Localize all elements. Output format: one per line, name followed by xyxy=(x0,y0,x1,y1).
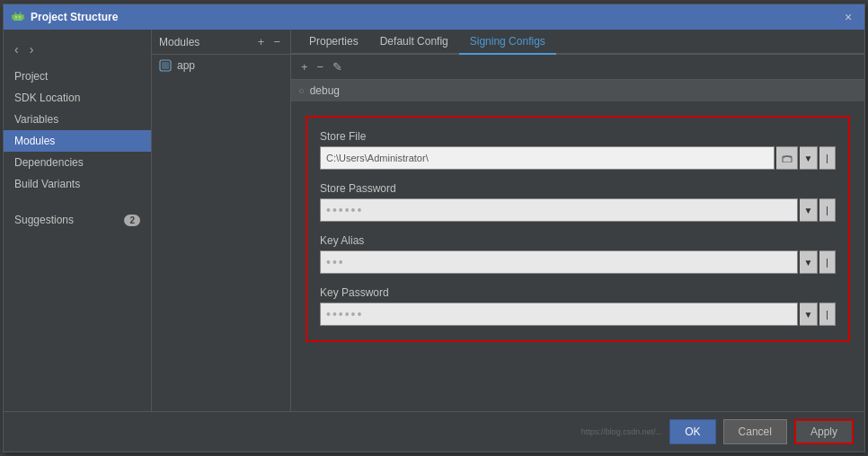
svg-point-6 xyxy=(19,16,20,17)
store-file-browse-button[interactable] xyxy=(776,146,798,170)
right-panel: Properties Default Config Signing Config… xyxy=(291,30,864,411)
remove-config-button[interactable]: − xyxy=(314,60,327,74)
key-alias-group: Key Alias ••• ▼ | xyxy=(320,234,836,274)
debug-config-item[interactable]: ○ debug xyxy=(291,80,864,101)
forward-button[interactable]: › xyxy=(26,40,38,58)
sidebar-item-sdk-location[interactable]: SDK Location xyxy=(4,87,151,109)
sidebar-item-modules[interactable]: Modules xyxy=(4,130,151,152)
content-area: Modules + − app xyxy=(152,30,864,411)
project-structure-dialog: Project Structure × ‹ › Project SDK Loca… xyxy=(3,4,865,452)
key-password-group: Key Password •••••• ▼ | xyxy=(320,286,836,326)
svg-line-4 xyxy=(20,13,21,14)
sidebar-item-variables[interactable]: Variables xyxy=(4,109,151,130)
key-password-dropdown-button[interactable]: ▼ xyxy=(800,303,818,326)
suggestions-badge: 2 xyxy=(124,215,140,226)
svg-point-5 xyxy=(15,16,16,17)
store-password-input[interactable]: •••••• xyxy=(320,198,798,222)
ok-button[interactable]: OK xyxy=(669,419,715,444)
store-file-dropdown-button[interactable]: ▼ xyxy=(800,146,818,170)
cancel-button[interactable]: Cancel xyxy=(723,419,787,444)
store-password-group: Store Password •••••• ▼ | xyxy=(320,182,836,222)
tabs-bar: Properties Default Config Signing Config… xyxy=(291,30,864,55)
tab-properties[interactable]: Properties xyxy=(298,30,369,55)
store-password-dropdown-button[interactable]: ▼ xyxy=(800,198,818,222)
add-config-button[interactable]: + xyxy=(298,60,311,74)
close-button[interactable]: × xyxy=(839,8,857,26)
key-password-label: Key Password xyxy=(320,286,836,299)
key-alias-input[interactable]: ••• xyxy=(320,250,798,274)
key-alias-dropdown-button[interactable]: ▼ xyxy=(800,250,818,274)
sidebar-item-build-variants[interactable]: Build Variants xyxy=(4,173,151,195)
key-alias-input-row: ••• ▼ | xyxy=(320,250,836,274)
android-icon xyxy=(11,10,25,24)
tab-signing-configs[interactable]: Signing Configs xyxy=(459,30,556,55)
form-area: Store File C:\Users\Administrator\ xyxy=(291,101,864,411)
modules-header: Modules + − xyxy=(152,30,290,55)
debug-label: debug xyxy=(310,84,340,97)
sidebar: ‹ › Project SDK Location Variables Modul… xyxy=(4,30,152,411)
svg-rect-0 xyxy=(13,14,22,21)
signing-form: Store File C:\Users\Administrator\ xyxy=(306,116,850,342)
store-file-label: Store File xyxy=(320,130,836,143)
add-module-button[interactable]: + xyxy=(255,35,268,48)
key-password-extra-button[interactable]: | xyxy=(819,303,836,326)
store-file-input[interactable]: C:\Users\Administrator\ xyxy=(320,146,775,170)
modules-panel: Modules + − app xyxy=(152,30,291,411)
modules-title: Modules xyxy=(159,36,199,48)
store-file-input-row: C:\Users\Administrator\ ▼ | xyxy=(320,146,836,170)
tab-default-config[interactable]: Default Config xyxy=(369,30,459,55)
svg-rect-8 xyxy=(162,62,169,69)
module-name: app xyxy=(177,59,195,72)
key-alias-label: Key Alias xyxy=(320,234,836,247)
title-bar: Project Structure × xyxy=(4,4,864,30)
modules-actions: + − xyxy=(255,35,283,48)
store-file-group: Store File C:\Users\Administrator\ xyxy=(320,130,836,170)
dialog-body: ‹ › Project SDK Location Variables Modul… xyxy=(4,30,864,411)
store-password-extra-button[interactable]: | xyxy=(819,198,836,222)
store-file-extra-button[interactable]: | xyxy=(819,146,836,170)
dialog-title: Project Structure xyxy=(31,11,118,23)
store-password-input-row: •••••• ▼ | xyxy=(320,198,836,222)
signing-toolbar: + − ✎ xyxy=(291,55,864,80)
key-password-input-row: •••••• ▼ | xyxy=(320,303,836,326)
sidebar-item-dependencies[interactable]: Dependencies xyxy=(4,152,151,173)
watermark-text: https://blog.csdn.net/... xyxy=(581,425,663,438)
debug-icon: ○ xyxy=(298,85,305,96)
svg-line-3 xyxy=(15,13,16,14)
module-icon xyxy=(159,59,172,72)
module-item-app[interactable]: app xyxy=(152,55,290,76)
nav-arrows: ‹ › xyxy=(4,37,151,66)
edit-config-button[interactable]: ✎ xyxy=(330,60,345,74)
sidebar-item-suggestions[interactable]: Suggestions 2 xyxy=(4,209,151,231)
remove-module-button[interactable]: − xyxy=(270,35,283,48)
apply-button[interactable]: Apply xyxy=(794,419,854,444)
store-password-label: Store Password xyxy=(320,182,836,195)
back-button[interactable]: ‹ xyxy=(11,40,22,58)
sidebar-item-project[interactable]: Project xyxy=(4,66,151,87)
key-alias-extra-button[interactable]: | xyxy=(819,250,836,274)
bottom-bar: https://blog.csdn.net/... OK Cancel Appl… xyxy=(4,411,864,452)
key-password-input[interactable]: •••••• xyxy=(320,303,798,326)
title-bar-left: Project Structure xyxy=(11,10,118,24)
